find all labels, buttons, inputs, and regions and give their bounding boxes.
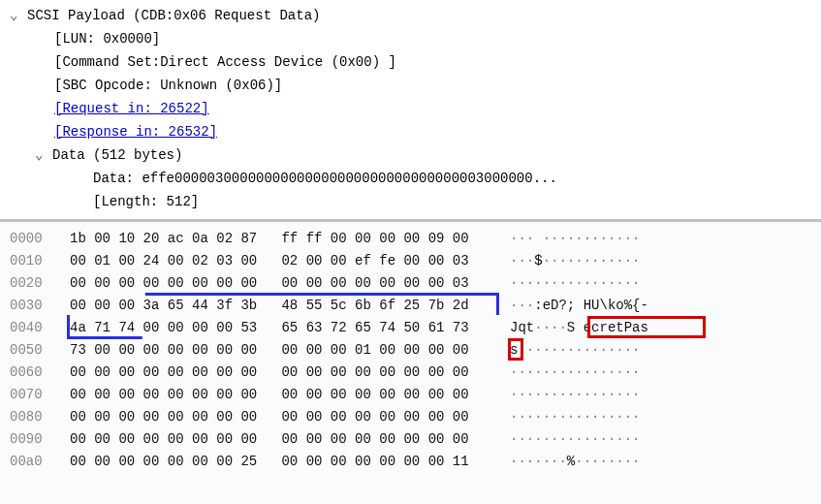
hex-ascii: ················: [510, 362, 704, 384]
hex-offset: 0060: [10, 362, 70, 384]
packet-tree-pane: ⌄ SCSI Payload (CDB:0x06 Request Data) […: [0, 0, 821, 222]
hex-ascii: ··· ············: [510, 228, 704, 250]
hex-bytes: 73 00 00 00 00 00 00 00 00 00 00 01 00 0…: [70, 339, 496, 362]
hex-row[interactable]: 003000 00 00 3a 65 44 3f 3b 48 55 5c 6b …: [10, 295, 811, 317]
chevron-down-icon[interactable]: ⌄: [35, 144, 48, 166]
hex-bytes: 00 01 00 24 00 02 03 00 02 00 00 ef fe 0…: [70, 250, 496, 272]
tree-sbc-opcode: [SBC Opcode: Unknown (0x06)]: [0, 74, 821, 97]
tree-cmdset: [Command Set:Direct Access Device (0x00)…: [0, 50, 821, 74]
hex-bytes: 00 00 00 00 00 00 00 25 00 00 00 00 00 0…: [70, 451, 496, 473]
hex-ascii: ·······%········: [510, 451, 704, 473]
hex-offset: 0010: [10, 250, 70, 272]
tree-response-link[interactable]: [Response in: 26532]: [0, 120, 821, 143]
hex-row[interactable]: 001000 01 00 24 00 02 03 00 02 00 00 ef …: [10, 250, 811, 272]
hex-ascii: ················: [510, 428, 704, 451]
hex-offset: 0070: [10, 384, 70, 406]
hex-ascii: ················: [510, 272, 704, 295]
hex-row[interactable]: 00a000 00 00 00 00 00 00 25 00 00 00 00 …: [10, 451, 811, 473]
hex-row[interactable]: 00001b 00 10 20 ac 0a 02 87 ff ff 00 00 …: [10, 228, 811, 250]
hex-ascii: Jqt····S ecretPas: [510, 317, 704, 339]
tree-lun: [LUN: 0x0000]: [0, 27, 821, 50]
tree-data-hex: Data: effe000003000000000000000000000000…: [0, 167, 821, 190]
hex-offset: 0030: [10, 295, 70, 317]
hex-bytes: 00 00 00 00 00 00 00 00 00 00 00 00 00 0…: [70, 428, 496, 451]
hex-offset: 0090: [10, 428, 70, 451]
hex-bytes: 00 00 00 00 00 00 00 00 00 00 00 00 00 0…: [70, 272, 496, 295]
hex-row[interactable]: 009000 00 00 00 00 00 00 00 00 00 00 00 …: [10, 428, 811, 451]
hex-ascii: ···:eD?; HU\ko%{-: [510, 295, 704, 317]
hex-row[interactable]: 006000 00 00 00 00 00 00 00 00 00 00 00 …: [10, 362, 811, 384]
hex-offset: 0000: [10, 228, 70, 250]
chevron-down-icon[interactable]: ⌄: [10, 5, 23, 26]
hex-bytes: 00 00 00 00 00 00 00 00 00 00 00 00 00 0…: [70, 362, 496, 384]
hex-bytes: 4a 71 74 00 00 00 00 53 65 63 72 65 74 5…: [70, 317, 496, 339]
hex-bytes: 1b 00 10 20 ac 0a 02 87 ff ff 00 00 00 0…: [70, 228, 496, 250]
hex-ascii: ···$············: [510, 250, 704, 272]
hex-offset: 0020: [10, 272, 70, 295]
hex-ascii: s···············: [510, 339, 704, 362]
hex-ascii: ················: [510, 384, 704, 406]
request-in-link[interactable]: [Request in: 26522]: [54, 98, 209, 119]
tree-data-length: [Length: 512]: [0, 190, 821, 213]
hex-offset: 0050: [10, 339, 70, 362]
hex-bytes: 00 00 00 00 00 00 00 00 00 00 00 00 00 0…: [70, 384, 496, 406]
tree-data-header[interactable]: ⌄ Data (512 bytes): [0, 143, 821, 167]
hex-row[interactable]: 005073 00 00 00 00 00 00 00 00 00 00 01 …: [10, 339, 811, 362]
hex-dump-pane[interactable]: 00001b 00 10 20 ac 0a 02 87 ff ff 00 00 …: [0, 222, 821, 504]
hex-offset: 0080: [10, 406, 70, 428]
hex-bytes: 00 00 00 00 00 00 00 00 00 00 00 00 00 0…: [70, 406, 496, 428]
response-in-link[interactable]: [Response in: 26532]: [54, 121, 217, 142]
hex-row[interactable]: 002000 00 00 00 00 00 00 00 00 00 00 00 …: [10, 272, 811, 295]
tree-root[interactable]: ⌄ SCSI Payload (CDB:0x06 Request Data): [0, 4, 821, 27]
hex-offset: 0040: [10, 317, 70, 339]
hex-offset: 00a0: [10, 451, 70, 473]
hex-ascii: ················: [510, 406, 704, 428]
hex-row[interactable]: 00404a 71 74 00 00 00 00 53 65 63 72 65 …: [10, 317, 811, 339]
tree-request-link[interactable]: [Request in: 26522]: [0, 97, 821, 120]
hex-row[interactable]: 008000 00 00 00 00 00 00 00 00 00 00 00 …: [10, 406, 811, 428]
tree-root-label: SCSI Payload (CDB:0x06 Request Data): [27, 5, 320, 26]
hex-bytes: 00 00 00 3a 65 44 3f 3b 48 55 5c 6b 6f 2…: [70, 295, 496, 317]
hex-row[interactable]: 007000 00 00 00 00 00 00 00 00 00 00 00 …: [10, 384, 811, 406]
